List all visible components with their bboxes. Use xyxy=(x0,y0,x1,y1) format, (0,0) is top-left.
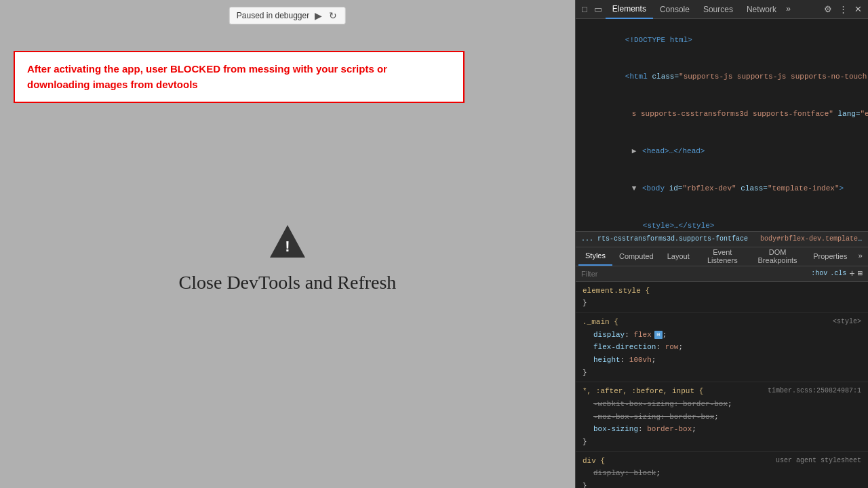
breadcrumb-body[interactable]: body#rbflex-dev.template-index xyxy=(760,235,868,243)
warning-box: After activating the app, user BLOCKED f… xyxy=(14,51,465,103)
dom-line-head[interactable]: ▶ <head>…</head> xyxy=(576,133,868,170)
css-prop-height: height xyxy=(593,356,620,364)
flex-icon: ⊟ xyxy=(654,331,663,339)
step-button[interactable]: ↻ xyxy=(328,10,338,21)
styles-area: element.style { } ._main { <style> displ… xyxy=(576,282,868,489)
css-source-timber: timber.scss:250824987:1 xyxy=(768,385,861,396)
debugger-bar: Paused in debugger ▶ ↻ xyxy=(229,7,346,24)
tab-elements[interactable]: Elements xyxy=(606,0,653,19)
filter-input[interactable] xyxy=(581,270,806,278)
css-source-main: <style> xyxy=(833,316,861,327)
sub-tab-styles[interactable]: Styles xyxy=(578,247,612,266)
css-rule-main: ._main { <style> display: flex⊟; flex-di… xyxy=(576,313,868,382)
debugger-label: Paused in debugger xyxy=(237,11,309,20)
css-rule-div: div { user agent stylesheet display: blo… xyxy=(576,452,868,488)
filter-bar: :hov .cls + ⊞ xyxy=(576,266,868,282)
dom-line-html-cont: s supports-csstransforms3d supports-font… xyxy=(576,96,868,134)
more-options-button[interactable]: ⋮ xyxy=(835,4,851,14)
hover-filter-button[interactable]: :hov xyxy=(811,270,827,277)
sub-tab-more-icon[interactable]: » xyxy=(855,252,865,260)
css-selector-div: div { xyxy=(583,457,605,465)
svg-text:!: ! xyxy=(285,238,290,255)
more-tabs-icon[interactable]: » xyxy=(783,5,793,14)
css-selector-element: element.style { xyxy=(583,287,650,295)
dom-line-doctype: <!DOCTYPE html> xyxy=(576,22,868,59)
dom-line-html[interactable]: <html class="supports-js supports-js sup… xyxy=(576,59,868,96)
inspect-icon-button[interactable]: □ xyxy=(578,0,591,19)
dom-line-body[interactable]: ▼ <body id="rbflex-dev" class="template-… xyxy=(576,170,868,207)
css-selector-universal: *, :after, :before, input { xyxy=(583,387,703,395)
tab-sources[interactable]: Sources xyxy=(696,0,740,19)
sub-tab-dom-breakpoints[interactable]: DOM Breakpoints xyxy=(749,247,806,266)
close-devtools-text: Close DevTools and Refresh xyxy=(179,272,397,293)
tab-network[interactable]: Network xyxy=(740,0,783,19)
breadcrumb-bar: ... rts-csstransforms3d.supports-fontfac… xyxy=(576,231,868,247)
dom-line-style[interactable]: <style>…</style> xyxy=(576,207,868,231)
css-prop-display: display xyxy=(593,331,625,339)
close-devtools-button[interactable]: ✕ xyxy=(851,4,865,14)
warning-triangle-icon: ! xyxy=(267,222,308,260)
css-prop-flex-direction: flex-direction xyxy=(593,343,656,351)
css-prop-display-div: display: block xyxy=(593,469,656,477)
dom-tree: <!DOCTYPE html> <html class="supports-js… xyxy=(576,19,868,231)
devtools-panel: □ ▭ Elements Console Sources Network » ⚙… xyxy=(575,0,868,488)
css-prop-box-sizing: box-sizing xyxy=(593,425,638,433)
resume-button[interactable]: ▶ xyxy=(313,10,323,21)
css-source-useragent: user agent stylesheet xyxy=(776,455,861,466)
warning-text: After activating the app, user BLOCKED f… xyxy=(27,63,387,90)
css-rule-universal: *, :after, :before, input { timber.scss:… xyxy=(576,382,868,451)
page-content: Paused in debugger ▶ ↻ After activating … xyxy=(0,0,575,488)
settings-button[interactable]: ⚙ xyxy=(821,4,835,14)
grid-icon-button[interactable]: ⊞ xyxy=(858,268,863,279)
breadcrumb-text: ... rts-csstransforms3d.supports-fontfac… xyxy=(581,235,756,243)
sub-tab-event-listeners[interactable]: Event Listeners xyxy=(696,247,749,266)
sub-tabs: Styles Computed Layout Event Listeners D… xyxy=(576,247,868,266)
sub-tab-properties[interactable]: Properties xyxy=(806,247,854,266)
sub-tab-layout[interactable]: Layout xyxy=(660,247,696,266)
css-rule-element-style: element.style { } xyxy=(576,282,868,313)
css-prop-webkit-box-sizing: -webkit-box-sizing: border-box xyxy=(593,400,728,408)
device-icon-button[interactable]: ▭ xyxy=(591,0,606,19)
cls-filter-button[interactable]: .cls xyxy=(830,270,846,277)
center-content: ! Close DevTools and Refresh xyxy=(179,222,397,293)
css-prop-moz-box-sizing: -moz-box-sizing: border-box xyxy=(593,413,714,421)
tab-console[interactable]: Console xyxy=(653,0,696,19)
devtools-toolbar: □ ▭ Elements Console Sources Network » ⚙… xyxy=(576,0,868,19)
app-container: Paused in debugger ▶ ↻ After activating … xyxy=(0,0,868,488)
css-selector-main: ._main { xyxy=(583,318,618,326)
add-style-button[interactable]: + xyxy=(849,268,854,279)
sub-tab-computed[interactable]: Computed xyxy=(612,247,660,266)
